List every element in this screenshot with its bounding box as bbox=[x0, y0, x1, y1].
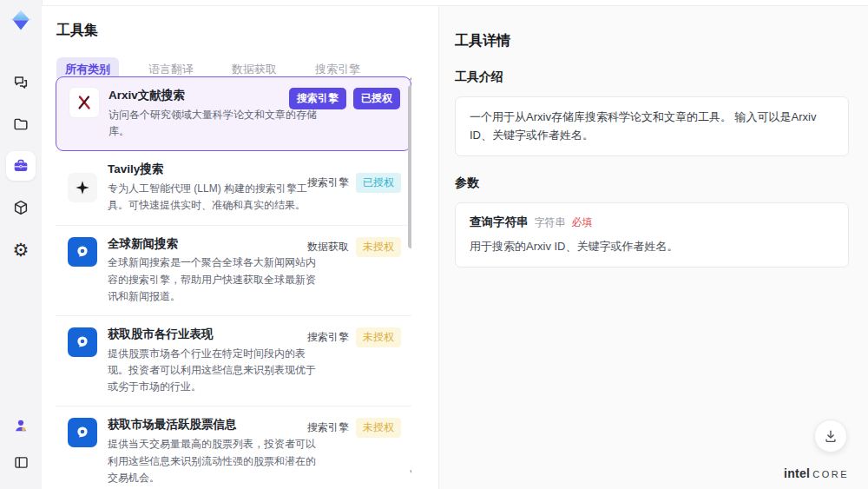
folder-icon bbox=[12, 116, 30, 133]
category-tag: 数据获取 bbox=[307, 240, 349, 254]
tool-list: Arxiv文献搜索 访问各个研究领域大量科学论文和文章的存储库。 搜索引擎 已授… bbox=[56, 76, 411, 489]
tool-description: 提供股票市场各个行业在特定时间段内的表现。投资者可以利用这些信息来识别表现优于或… bbox=[108, 346, 321, 396]
sidebar-item-files[interactable] bbox=[6, 109, 36, 139]
news-bubble-logo-icon bbox=[68, 418, 97, 447]
tool-card-arxiv[interactable]: Arxiv文献搜索 访问各个研究领域大量科学论文和文章的存储库。 搜索引擎 已授… bbox=[56, 76, 411, 151]
cube-icon bbox=[12, 199, 30, 216]
scrollbar-thumb[interactable] bbox=[408, 85, 411, 248]
tool-info: 全球新闻搜索 全球新闻搜索是一个聚合全球各大新闻网站内容的搜索引擎，帮助用户快速… bbox=[108, 236, 321, 305]
param-header: 查询字符串 字符串 必填 bbox=[470, 215, 834, 230]
core-brand-text: core bbox=[812, 469, 849, 479]
download-button[interactable] bbox=[814, 420, 847, 453]
sidebar-item-chat[interactable] bbox=[6, 68, 36, 97]
scrollbar-up-arrow[interactable]: ▲ bbox=[408, 76, 411, 82]
intro-heading: 工具介绍 bbox=[455, 69, 849, 85]
param-name: 查询字符串 bbox=[470, 215, 529, 230]
tavily-star-icon bbox=[68, 173, 97, 202]
tool-card-sector-performance[interactable]: 获取股市各行业表现 提供股票市场各个行业在特定时间段内的表现。投资者可以利用这些… bbox=[56, 315, 411, 395]
tool-name: 获取股市各行业表现 bbox=[108, 327, 321, 343]
intro-text: 一个用于从Arxiv存储库搜索科学论文和文章的工具。 输入可以是Arxiv ID… bbox=[470, 109, 834, 145]
auth-status-badge: 未授权 bbox=[356, 418, 401, 438]
tool-name: 全球新闻搜索 bbox=[108, 236, 321, 253]
params-heading: 参数 bbox=[455, 175, 849, 191]
detail-title: 工具详情 bbox=[455, 32, 849, 50]
tool-description: 访问各个研究领域大量科学论文和文章的存储库。 bbox=[108, 107, 320, 140]
tool-detail-panel: 工具详情 工具介绍 一个用于从Arxiv存储库搜索科学论文和文章的工具。 输入可… bbox=[438, 6, 868, 489]
tool-description: 专为人工智能代理 (LLM) 构建的搜索引擎工具。可快速提供实时、准确和真实的结… bbox=[108, 181, 321, 214]
news-bubble-logo-icon bbox=[68, 327, 97, 357]
param-type: 字符串 bbox=[535, 215, 566, 230]
tool-card-most-active-stocks[interactable]: 获取市场最活跃股票信息 提供当天交易量最高的股票列表，投资者可以利用这些信息来识… bbox=[56, 406, 411, 486]
briefcase-icon bbox=[12, 157, 30, 175]
user-icon bbox=[12, 417, 30, 434]
download-icon bbox=[823, 428, 838, 444]
sidebar-item-settings[interactable]: ⚙ bbox=[6, 235, 36, 264]
tool-tags: 搜索引擎 已授权 bbox=[307, 173, 401, 193]
auth-status-badge: 已授权 bbox=[353, 88, 400, 109]
scrollbar-down-arrow[interactable]: ▼ bbox=[408, 468, 411, 475]
intel-core-logo: intel core bbox=[784, 466, 849, 480]
tool-card-tavily[interactable]: Tavily搜索 专为人工智能代理 (LLM) 构建的搜索引擎工具。可快速提供实… bbox=[56, 162, 411, 214]
intel-brand-text: intel bbox=[784, 466, 810, 480]
sidebar-item-plugins[interactable] bbox=[6, 193, 36, 222]
intro-box: 一个用于从Arxiv存储库搜索科学论文和文章的工具。 输入可以是Arxiv ID… bbox=[455, 96, 849, 157]
sidebar-item-collapse[interactable] bbox=[6, 447, 36, 477]
tool-info: 获取市场最活跃股票信息 提供当天交易量最高的股票列表，投资者可以利用这些信息来识… bbox=[108, 417, 321, 486]
param-box: 查询字符串 字符串 必填 用于搜索的Arxiv ID、关键字或作者姓名。 bbox=[455, 202, 849, 268]
param-description: 用于搜索的Arxiv ID、关键字或作者姓名。 bbox=[470, 238, 834, 255]
category-tag: 搜索引擎 bbox=[307, 420, 349, 435]
panel-toggle-icon bbox=[13, 454, 30, 471]
sidebar-item-profile[interactable] bbox=[6, 411, 36, 440]
category-tag: 搜索引擎 bbox=[289, 88, 346, 109]
category-tag: 搜索引擎 bbox=[307, 175, 349, 190]
arxiv-x-logo-icon bbox=[69, 87, 100, 118]
tool-card-group: Tavily搜索 专为人工智能代理 (LLM) 构建的搜索引擎工具。可快速提供实… bbox=[56, 162, 411, 489]
left-rail: ⚙ bbox=[0, 0, 43, 489]
auth-status-badge: 未授权 bbox=[356, 237, 401, 257]
tool-card-global-news[interactable]: 全球新闻搜索 全球新闻搜索是一个聚合全球各大新闻网站内容的搜索引擎，帮助用户快速… bbox=[56, 225, 411, 305]
tool-list-scrollbar: ▲ ▼ bbox=[407, 76, 411, 475]
tool-description: 提供当天交易量最高的股票列表，投资者可以利用这些信息来识别流动性强的股票和潜在的… bbox=[108, 436, 321, 486]
toolset-panel: 工具集 所有类别 语言翻译 数据获取 搜索引擎 Arxiv文献搜索 访问各个研究… bbox=[42, 6, 431, 489]
news-bubble-logo-icon bbox=[68, 237, 97, 267]
chat-icon bbox=[12, 74, 30, 91]
tool-tags: 数据获取 未授权 bbox=[307, 237, 401, 257]
category-tag: 搜索引擎 bbox=[307, 330, 349, 345]
gem-logo-icon bbox=[8, 7, 34, 33]
tool-info: Tavily搜索 专为人工智能代理 (LLM) 构建的搜索引擎工具。可快速提供实… bbox=[108, 162, 321, 214]
tool-name: Tavily搜索 bbox=[108, 162, 321, 178]
auth-status-badge: 未授权 bbox=[356, 327, 401, 347]
tool-tags: 搜索引擎 未授权 bbox=[307, 327, 401, 347]
param-required-badge: 必填 bbox=[572, 215, 593, 230]
tool-description: 全球新闻搜索是一个聚合全球各大新闻网站内容的搜索引擎，帮助用户快速获取全球最新资… bbox=[108, 254, 321, 305]
tool-tags: 搜索引擎 未授权 bbox=[307, 418, 401, 438]
gear-icon: ⚙ bbox=[13, 241, 30, 259]
toolset-title: 工具集 bbox=[56, 22, 431, 40]
auth-status-badge: 已授权 bbox=[356, 173, 401, 193]
tool-tags: 搜索引擎 已授权 bbox=[289, 88, 400, 109]
sidebar-item-tools[interactable] bbox=[6, 151, 36, 181]
tool-name: 获取市场最活跃股票信息 bbox=[108, 417, 321, 433]
tool-info: 获取股市各行业表现 提供股票市场各个行业在特定时间段内的表现。投资者可以利用这些… bbox=[108, 327, 321, 395]
